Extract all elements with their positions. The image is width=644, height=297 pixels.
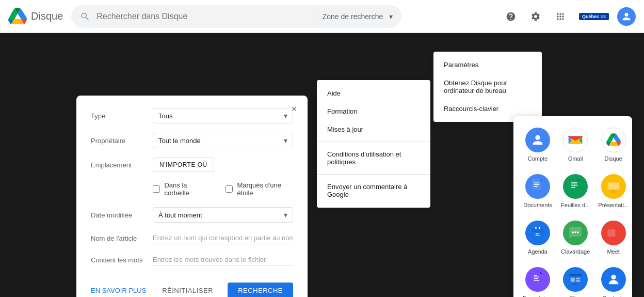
en-savoir-plus-link[interactable]: EN SAVOIR PLUS — [91, 287, 146, 294]
clavardage-icon — [563, 221, 588, 245]
proprietaire-value: Tout le monde — [158, 137, 201, 145]
settings-menu-ordinateur[interactable]: Obtenez Disque pour ordinateur de bureau — [433, 74, 542, 100]
svg-text:31: 31 — [535, 232, 540, 237]
search-zone-label: Zone de recherche — [316, 12, 383, 21]
contient-mots-input[interactable] — [153, 254, 293, 266]
help-menu-conditions[interactable]: Conditions d'utilisation et politiques — [317, 145, 430, 171]
apps-grid: Compte Gmail Disqu — [513, 116, 632, 297]
svg-rect-32 — [570, 274, 582, 277]
emplacement-row: Emplacement N'IMPORTE OÙ — [91, 158, 293, 172]
app-item-agenda[interactable]: 31 Agenda — [520, 215, 556, 260]
app-item-meet[interactable]: Meet — [595, 215, 632, 260]
help-menu-commentaire[interactable]: Envoyer un commentaire à Google — [317, 178, 430, 204]
location-button[interactable]: N'IMPORTE OÙ — [153, 158, 214, 172]
footer-buttons: RÉINITIALISER RECHERCHE — [154, 283, 293, 297]
svg-rect-36 — [573, 284, 578, 285]
app-item-presentati[interactable]: Présentati... — [595, 169, 632, 213]
disque-label: Disque — [605, 155, 622, 162]
app-item-clavardage[interactable]: Clavardage — [558, 215, 593, 260]
emplacement-control: N'IMPORTE OÙ — [153, 158, 293, 172]
app-item-compte[interactable]: Compte — [520, 122, 556, 167]
type-control: Tous ▾ — [153, 108, 293, 123]
svg-rect-27 — [534, 275, 537, 275]
app-item-feuilles[interactable]: Feuilles d... — [558, 169, 593, 213]
settings-menu: Paramètres Obtenez Disque pour ordinateu… — [433, 52, 542, 122]
sites-icon — [563, 267, 588, 292]
svg-rect-15 — [611, 192, 616, 193]
documents-icon — [525, 174, 550, 199]
svg-rect-29 — [534, 278, 538, 279]
contient-mots-label: Contient les mots — [91, 256, 153, 264]
search-input[interactable] — [96, 12, 309, 21]
nom-article-control — [153, 232, 293, 244]
search-icon — [80, 11, 90, 22]
nom-article-row: Nom de l'article — [91, 232, 293, 244]
formulaires-icon — [525, 267, 550, 292]
app-item-documents[interactable]: Documents — [520, 169, 556, 213]
search-dropdown-icon[interactable]: ▾ — [389, 12, 393, 21]
marques-etoile-item[interactable]: Marqués d'une étoile — [226, 181, 293, 197]
compte-label: Compte — [528, 155, 548, 162]
type-label: Type — [91, 112, 153, 120]
meet-label: Meet — [607, 248, 619, 255]
date-modifiee-select[interactable]: À tout moment ▾ — [153, 207, 293, 223]
agenda-label: Agenda — [528, 248, 548, 255]
help-button[interactable] — [501, 6, 521, 27]
apps-button[interactable] — [550, 6, 571, 27]
quebec-logo: Québec ≡≡ — [575, 6, 613, 27]
type-select[interactable]: Tous ▾ — [153, 108, 293, 123]
help-menu-aide[interactable]: Aide — [317, 84, 430, 102]
topbar: Disque Zone de recherche ▾ Québec ≡≡ — [0, 0, 644, 33]
settings-button[interactable] — [525, 6, 546, 27]
app-item-formulaires[interactable]: Formulaires — [520, 262, 556, 297]
search-bar[interactable]: Zone de recherche ▾ — [71, 5, 401, 28]
help-icon — [506, 11, 516, 22]
date-modifiee-control: À tout moment ▾ — [153, 207, 293, 223]
logo-area: Disque — [8, 7, 63, 26]
dans-corbeille-item[interactable]: Dans la corbeille — [153, 181, 209, 197]
dans-corbeille-label: Dans la corbeille — [164, 181, 209, 197]
close-button[interactable]: × — [287, 102, 301, 116]
topbar-icons: Québec ≡≡ — [501, 6, 636, 27]
date-modifiee-value: À tout moment — [158, 211, 202, 219]
user-avatar[interactable] — [617, 7, 636, 26]
contacts-label: Contacts — [602, 295, 624, 297]
proprietaire-row: Propriétaire Tout le monde ▾ — [91, 133, 293, 148]
svg-rect-9 — [571, 187, 576, 187]
help-menu-divider-1 — [317, 142, 430, 142]
app-item-sites[interactable]: Sites — [558, 262, 593, 297]
svg-rect-3 — [534, 184, 539, 185]
app-item-gmail[interactable]: Gmail — [558, 122, 593, 167]
svg-rect-28 — [534, 277, 539, 277]
nom-article-input[interactable] — [153, 232, 293, 244]
feuilles-icon — [563, 174, 588, 199]
svg-point-37 — [611, 275, 616, 279]
contacts-icon — [601, 267, 626, 292]
svg-rect-35 — [576, 280, 580, 282]
settings-menu-parametres[interactable]: Paramètres — [433, 56, 542, 74]
type-value: Tous — [158, 112, 172, 120]
help-menu-mises-a-jour[interactable]: Mises à jour — [317, 120, 430, 138]
settings-menu-raccourcis[interactable]: Raccourcis-clavier — [433, 100, 542, 118]
reinitialiser-button[interactable]: RÉINITIALISER — [154, 283, 221, 297]
recherche-button[interactable]: RECHERCHE — [228, 283, 293, 297]
marques-etoile-checkbox[interactable] — [226, 185, 233, 193]
agenda-icon: 31 — [525, 221, 550, 245]
help-menu-formation[interactable]: Formation — [317, 102, 430, 120]
svg-rect-17 — [533, 228, 543, 232]
svg-rect-4 — [534, 186, 538, 187]
dans-corbeille-checkbox[interactable] — [153, 185, 160, 193]
proprietaire-label: Propriétaire — [91, 137, 153, 145]
svg-point-23 — [577, 231, 579, 233]
date-modifiee-label: Date modifiée — [91, 211, 153, 219]
search-panel: × Type Tous ▾ Propriétaire Tout le monde… — [76, 96, 308, 297]
app-item-disque[interactable]: Disque — [595, 122, 632, 167]
help-menu-divider-2 — [317, 174, 430, 175]
clavardage-label: Clavardage — [561, 248, 590, 255]
app-item-contacts[interactable]: Contacts — [595, 262, 632, 297]
svg-rect-34 — [576, 278, 580, 280]
proprietaire-select[interactable]: Tout le monde ▾ — [153, 133, 293, 148]
type-dropdown-icon: ▾ — [284, 112, 287, 120]
apps-icon — [555, 11, 566, 22]
contient-mots-control — [153, 254, 293, 266]
